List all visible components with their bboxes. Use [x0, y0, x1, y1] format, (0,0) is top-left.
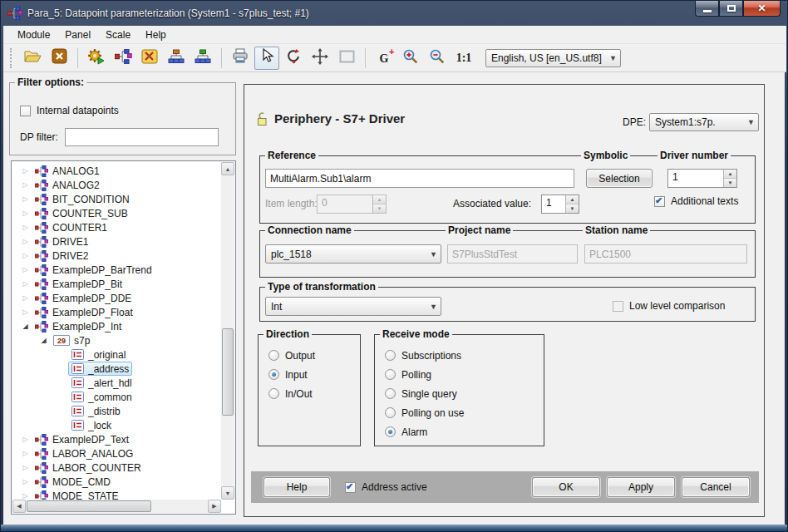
spin-down-icon[interactable]: ▼ [566, 204, 579, 213]
selection-button[interactable]: Selection [586, 169, 653, 188]
tree-item-drive1[interactable]: ▷DRIVE1 [12, 234, 220, 249]
expander-collapsed-icon[interactable]: ▷ [19, 308, 32, 316]
tree-item-counter_sub[interactable]: ▷COUNTER_SUB [12, 206, 220, 220]
dp-filter-input[interactable] [65, 128, 219, 146]
expander-collapsed-icon[interactable]: ▷ [19, 266, 32, 273]
menu-module[interactable]: Module [10, 27, 57, 42]
tree-item-bit_condition[interactable]: ▷BIT_CONDITION [12, 192, 220, 206]
system-settings-button[interactable] [84, 47, 109, 70]
internal-datapoints-row[interactable]: Internal datapoints [20, 105, 119, 116]
expander-collapsed-icon[interactable]: ▷ [19, 492, 32, 500]
low-level-comparison-checkbox[interactable] [613, 301, 623, 312]
direction-radio-output[interactable]: Output [268, 348, 315, 362]
tree-item-distrib[interactable]: _distrib [12, 404, 220, 418]
receive-mode-radio-polling-on-use[interactable]: Polling on use [385, 406, 464, 420]
move-tool-button[interactable] [308, 47, 332, 70]
exit-button[interactable] [47, 47, 71, 70]
menu-scale[interactable]: Scale [98, 27, 138, 42]
tree-item-drive2[interactable]: ▷DRIVE2 [12, 249, 220, 263]
expander-collapsed-icon[interactable]: ▷ [19, 280, 32, 288]
receive-mode-radio-single-query[interactable]: Single query [385, 387, 464, 401]
tree-item-exampledp_bartrend[interactable]: ▷ExampleDP_BarTrend [12, 263, 220, 277]
spin-down-icon[interactable]: ▼ [724, 179, 736, 187]
tree-view-button[interactable] [164, 47, 189, 70]
spin-up-icon[interactable]: ▲ [566, 195, 579, 204]
tree-item-labor_counter[interactable]: ▷LABOR_COUNTER [12, 461, 220, 475]
internal-datapoints-checkbox[interactable] [20, 106, 31, 116]
receive-mode-radio-polling[interactable]: Polling [385, 367, 464, 382]
tree-item-exampledp_int[interactable]: ◢ExampleDP_Int [12, 319, 220, 333]
associated-value-spinner[interactable]: 1 ▲▼ [541, 195, 579, 214]
expander-collapsed-icon[interactable]: ▷ [19, 224, 32, 231]
scroll-right-icon[interactable]: ▶ [208, 500, 221, 513]
open-panel-button[interactable] [20, 47, 45, 70]
address-active-checkbox[interactable] [345, 482, 356, 493]
print-button[interactable] [228, 47, 253, 70]
tree-item-exampledp_dde[interactable]: ▷ExampleDP_DDE [12, 291, 220, 305]
expander-collapsed-icon[interactable]: ▷ [19, 209, 32, 217]
expander-collapsed-icon[interactable]: ▷ [19, 478, 32, 485]
zoom-reset-button[interactable]: 1:1 [451, 47, 476, 70]
zoom-out-button[interactable] [425, 47, 450, 70]
expander-expanded-icon[interactable]: ◢ [19, 323, 32, 330]
close-button[interactable]: ✕ [743, 1, 781, 17]
cancel-button[interactable]: Cancel [682, 477, 750, 497]
tree-item-analog1[interactable]: ▷ANALOG1 [12, 164, 220, 178]
tree-item-mode_cmd[interactable]: ▷MODE_CMD [12, 475, 220, 489]
horizontal-scroll-thumb[interactable] [27, 500, 151, 512]
zoom-factor-button[interactable]: G+ [372, 47, 396, 70]
expander-collapsed-icon[interactable]: ▷ [19, 181, 32, 189]
tree-item-address[interactable]: _address [12, 362, 220, 376]
rectangle-tool-button[interactable] [334, 47, 359, 70]
tree-horizontal-scrollbar[interactable]: ◀ ▶ [12, 500, 221, 513]
low-level-row[interactable]: Low level comparison [613, 300, 725, 312]
zoom-in-button[interactable] [398, 47, 423, 70]
expander-collapsed-icon[interactable]: ▷ [19, 294, 32, 302]
receive-mode-radio-subscriptions[interactable]: Subscriptions [385, 348, 464, 362]
connection-name-select[interactable]: plc_1518 ▼ [265, 244, 441, 264]
tree-item-exampledp_text[interactable]: ▷ExampleDP_Text [12, 432, 220, 446]
receive-mode-radio-alarm[interactable]: Alarm [385, 425, 464, 439]
tree-item-common[interactable]: _common [12, 390, 220, 404]
language-select[interactable]: English, US [en_US.utf8] ▼ [485, 49, 621, 67]
expander-collapsed-icon[interactable]: ▷ [19, 450, 32, 457]
maximize-button[interactable] [719, 1, 743, 17]
additional-texts-row[interactable]: Additional texts [654, 195, 738, 207]
tree-item-s7p[interactable]: ◢29s7p [12, 333, 220, 347]
transformation-select[interactable]: Int ▼ [265, 297, 441, 316]
direction-radio-in-out[interactable]: In/Out [268, 387, 315, 401]
tree-item-analog2[interactable]: ▷ANALOG2 [12, 178, 220, 192]
additional-texts-checkbox[interactable] [654, 196, 665, 207]
expander-collapsed-icon[interactable]: ▷ [19, 195, 32, 203]
tree-item-original[interactable]: _original [12, 347, 220, 362]
apply-button[interactable]: Apply [607, 477, 675, 497]
driver-number-spinner[interactable]: 1 ▲▼ [667, 169, 737, 188]
tree-item-exampledp_float[interactable]: ▷ExampleDP_Float [12, 305, 220, 319]
tree-table-view-button[interactable] [190, 47, 215, 70]
datapoint-view-button[interactable] [111, 47, 135, 70]
menu-panel[interactable]: Panel [57, 27, 98, 42]
select-tool-button[interactable] [254, 47, 279, 70]
module-configuration-button[interactable] [137, 47, 162, 70]
expander-collapsed-icon[interactable]: ▷ [19, 238, 32, 245]
tree-item-counter1[interactable]: ▷COUNTER1 [12, 220, 220, 234]
spin-up-icon[interactable]: ▲ [724, 170, 736, 179]
tree-item-alert_hdl[interactable]: _alert_hdl [12, 376, 220, 390]
tree-item-labor_analog[interactable]: ▷LABOR_ANALOG [12, 446, 220, 461]
vertical-scroll-thumb[interactable] [222, 328, 234, 416]
toolbar-drag-handle[interactable] [10, 48, 14, 68]
tree-item-exampledp_bit[interactable]: ▷ExampleDP_Bit [12, 277, 220, 291]
expander-collapsed-icon[interactable]: ▷ [19, 252, 32, 259]
tree-vertical-scrollbar[interactable]: ▲ ▼ [221, 162, 234, 500]
tree-item-mode_state[interactable]: ▷MODE_STATE [12, 489, 220, 500]
menu-help[interactable]: Help [138, 27, 174, 42]
scroll-up-icon[interactable]: ▲ [221, 162, 234, 175]
scroll-left-icon[interactable]: ◀ [12, 500, 26, 513]
address-active-row[interactable]: Address active [345, 481, 427, 493]
expander-collapsed-icon[interactable]: ▷ [19, 167, 32, 175]
expander-collapsed-icon[interactable]: ▷ [19, 436, 32, 443]
ok-button[interactable]: OK [532, 477, 600, 497]
dpe-select[interactable]: System1:s7p. ▼ [649, 113, 759, 131]
direction-radio-input[interactable]: Input [268, 367, 315, 382]
rotate-tool-button[interactable] [281, 47, 306, 70]
